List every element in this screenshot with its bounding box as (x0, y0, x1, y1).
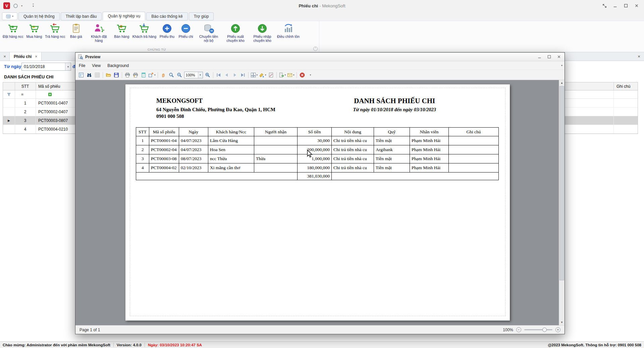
grid-header-ghi-chu[interactable]: Ghi chú (613, 82, 638, 90)
export-document-icon[interactable]: ▾ (278, 71, 287, 79)
open-icon[interactable] (104, 71, 112, 79)
list-section-title: DANH SÁCH PHIẾU CHI (4, 74, 53, 79)
ribbon-button-dieu-chinh-ton[interactable]: Điều chỉnh tồn (276, 22, 301, 39)
ribbon-button-phieu-nhap-chuyen-kho[interactable]: Phiếu nhập chuyển kho (249, 22, 276, 43)
scrollbar-thumb[interactable] (559, 86, 564, 280)
quick-print-icon[interactable] (131, 71, 140, 79)
ribbon-collapse-button[interactable]: ˆ (313, 47, 318, 51)
close-tab-icon[interactable]: × (35, 54, 37, 59)
ribbon-button-khach-tra-hang[interactable]: Khách trả hàng (131, 22, 158, 39)
maximize-button[interactable] (623, 2, 629, 9)
filter-operator[interactable]: = (21, 90, 23, 98)
filter-type-icon[interactable] (48, 90, 52, 98)
ribbon-tab-quan-tri-he-thong[interactable]: Quản trị hệ thống (18, 12, 60, 20)
scroll-down-icon[interactable]: ▼ (559, 320, 565, 325)
zoom-in-icon[interactable] (204, 71, 212, 79)
ribbon-button-khach-dat-hang[interactable]: Khách đặt hàng (86, 22, 112, 43)
filter-funnel-icon (3, 90, 15, 98)
last-page-icon[interactable] (239, 71, 247, 79)
zoom-combo[interactable]: 100%▾ (184, 72, 203, 78)
print-icon[interactable] (123, 71, 131, 79)
chevron-down-icon[interactable]: ▾ (198, 72, 203, 78)
main-status-bar: Chào mừng: Administrator đến với phần mề… (0, 341, 644, 348)
ribbon-button-bao-gia[interactable]: Báo giá (67, 22, 86, 39)
report-page: MEKONGSOFT 64 Nguyễn Đình Chiểu, Phường … (125, 84, 510, 321)
menu-view[interactable]: View (89, 61, 104, 70)
magnifier-icon[interactable] (167, 71, 175, 79)
next-page-icon[interactable] (231, 71, 239, 79)
preview-status-bar: Page 1 of 1 100% − + (75, 325, 565, 334)
ribbon-tab-thiet-lap-ban-dau[interactable]: Thiết lập ban đầu (61, 12, 102, 20)
preview-maximize-button[interactable] (546, 54, 552, 60)
ribbon-button-mua-hang[interactable]: Mua hàng (25, 22, 44, 39)
ribbon-button-phieu-xuat-chuyen-kho[interactable]: Phiếu xuất chuyển kho (222, 22, 249, 43)
zoom-slider-thumb[interactable] (542, 328, 547, 332)
chevron-down-icon: ▾ (293, 74, 294, 76)
multiple-pages-icon[interactable]: ▾ (250, 71, 259, 79)
ribbon-toolbar: Đặt hàng ncc Mua hàng Trả hàng ncc Báo g… (0, 21, 644, 52)
find-icon[interactable] (85, 71, 93, 79)
ribbon-button-phieu-chi[interactable]: Phiếu chi (176, 22, 195, 39)
grid-header-stt[interactable]: STT (15, 82, 36, 90)
chevron-down-icon[interactable]: ▾ (21, 4, 22, 7)
document-map-icon[interactable] (77, 71, 85, 79)
ribbon-button-chuyen-tien-noi-bo[interactable]: Chuyển tiền nội bộ (195, 22, 222, 43)
menu-overflow-icon[interactable]: ▾ (561, 64, 562, 67)
preview-title: Preview (85, 55, 100, 59)
calendar-dropdown-icon[interactable]: ▾ (65, 63, 71, 70)
page-color-icon[interactable]: ▾ (258, 71, 267, 79)
supplier-return-cart-icon (49, 23, 61, 34)
ribbon-tab-tro-giup[interactable]: Trợ giúp (189, 12, 214, 20)
send-email-icon[interactable]: ▾ (286, 71, 295, 79)
ribbon-tab-quan-ly-nghiep-vu[interactable]: Quản lý nghiệp vụ (103, 12, 145, 20)
ribbon-tab-bao-cao-thong-ke[interactable]: Báo cáo thống kê (146, 12, 187, 20)
menu-background[interactable]: Background (104, 61, 132, 70)
preview-close-button[interactable] (555, 54, 562, 60)
save-icon[interactable] (112, 71, 120, 79)
thumbnails-icon[interactable] (93, 71, 101, 79)
record-circle-icon[interactable] (13, 4, 18, 8)
preview-title-bar[interactable]: Preview (75, 53, 565, 61)
previous-page-icon[interactable] (223, 71, 231, 79)
preview-scrollbar[interactable]: ▲ ▼ (559, 80, 565, 325)
chevron-down-icon: ▾ (265, 74, 266, 76)
more-options-icon[interactable]: ▾ (306, 71, 314, 79)
ribbon-button-tra-hang-ncc[interactable]: Trả hàng ncc (44, 22, 67, 39)
hand-tool-icon[interactable] (159, 71, 167, 79)
zoom-in-button[interactable]: + (555, 327, 560, 332)
supplier-order-cart-icon (7, 23, 19, 34)
scroll-up-icon[interactable]: ▲ (559, 80, 565, 86)
ribbon-button-phieu-thu[interactable]: Phiếu thu (158, 22, 176, 39)
customize-quick-access-icon[interactable]: ▾ (33, 4, 34, 8)
scale-icon[interactable]: ▾ (148, 71, 156, 79)
close-panel-icon[interactable]: × (634, 52, 644, 61)
preview-minimize-button[interactable] (536, 54, 543, 60)
ribbon-button-ban-hang[interactable]: Bán hàng (112, 22, 131, 39)
close-all-tabs-icon[interactable]: × (0, 52, 9, 61)
document-tab-phieu-chi[interactable]: Phiếu chi × (9, 52, 42, 61)
close-button[interactable] (633, 2, 640, 9)
fullscreen-button[interactable] (601, 2, 608, 9)
warehouse-in-arrow-icon (257, 23, 268, 34)
watermark-icon[interactable] (267, 71, 275, 79)
page-setup-icon[interactable] (140, 71, 148, 79)
datetime-text: Ngày: 03/10/2023 10:20:47 SA (148, 343, 202, 347)
from-date-input[interactable]: 01/10/2018 ▾ (21, 63, 71, 71)
first-page-icon[interactable] (215, 71, 223, 79)
ribbon-button-dat-hang-ncc[interactable]: Đặt hàng ncc (1, 22, 25, 39)
zoom-slider[interactable] (524, 329, 552, 330)
purchase-cart-icon (29, 23, 40, 34)
app-logo-icon[interactable]: V (3, 2, 10, 9)
zoom-out-icon[interactable] (175, 71, 183, 79)
menu-file[interactable]: File (75, 61, 89, 70)
version-text: Version: 4.0.0 (117, 343, 142, 347)
zoom-out-button[interactable]: − (516, 327, 521, 332)
separator (103, 72, 103, 78)
from-date-value: 01/10/2018 (24, 64, 45, 69)
close-preview-icon[interactable] (298, 71, 306, 79)
report-row: 2 PCT00002-04 04/07/2023 Hoa Sen 200,000… (136, 145, 499, 154)
row-note-cell (613, 116, 638, 125)
window-controls (601, 2, 640, 9)
app-menu-button[interactable]: ▾ (2, 12, 17, 20)
minimize-button[interactable] (612, 2, 619, 9)
